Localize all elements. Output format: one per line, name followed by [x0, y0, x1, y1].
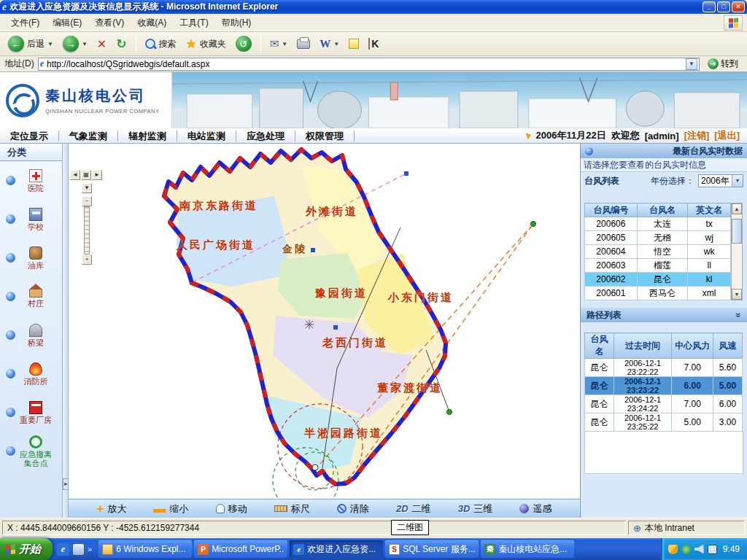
zoom-out-tool[interactable]: ▬缩小 [154, 502, 189, 516]
zoom-out-icon[interactable]: − [82, 196, 92, 206]
typhoon-row[interactable]: 200606太连tx [585, 217, 731, 231]
remote-sensing-tool[interactable]: 遥感 [519, 502, 551, 516]
address-url[interactable]: http://localhost/QSgridwebgis/default.as… [47, 59, 683, 69]
tray-volume-icon[interactable] [694, 545, 704, 554]
sidebar-item-assembly-point[interactable]: 应急撤离集合点 [0, 432, 62, 470]
minimize-button[interactable]: _ [703, 1, 716, 12]
company-name-cn: 秦山核电公司 [45, 86, 159, 106]
pan-down-icon[interactable]: ▼ [82, 183, 92, 193]
clear-tool[interactable]: 清除 [337, 502, 369, 516]
close-button[interactable]: ✕ [732, 1, 745, 12]
print-button[interactable] [293, 37, 314, 51]
typhoon-row[interactable]: 200604悟空wk [585, 245, 731, 259]
address-dropdown-button[interactable]: ▼ [686, 58, 697, 70]
go-button[interactable]: ➜ 转到 [703, 57, 743, 71]
quicklaunch-more-icon[interactable]: » [88, 545, 92, 553]
refresh-button[interactable]: ↻ [112, 34, 130, 54]
nav-tab-emergency[interactable]: 应急处理 [236, 131, 295, 141]
address-bar: 地址(D) e http://localhost/QSgridwebgis/de… [0, 56, 747, 72]
nav-tab-radiation[interactable]: 辐射监测 [118, 131, 177, 141]
menu-tools[interactable]: 工具(T) [173, 15, 214, 31]
tray-network-icon[interactable] [708, 545, 717, 554]
task-powerpoint[interactable]: P Microsoft PowerP... [194, 540, 287, 558]
menu-help[interactable]: 帮助(H) [215, 15, 258, 31]
address-input[interactable]: e http://localhost/QSgridwebgis/default.… [38, 58, 700, 71]
sidebar-item-school[interactable]: 学校 [0, 200, 62, 238]
year-select[interactable]: 2006年 ▼ [698, 174, 743, 187]
scroll-up-icon[interactable]: ▲ [732, 203, 742, 214]
zoom-in-icon[interactable]: + [82, 254, 92, 265]
exit-link[interactable]: [退出] [714, 129, 740, 142]
typhoon-row[interactable]: 200601西马仑xml [585, 287, 731, 300]
nav-tab-permission[interactable]: 权限管理 [295, 131, 355, 141]
sidebar-item-fire-station[interactable]: 消防所 [0, 354, 62, 393]
menu-edit[interactable]: 编辑(E) [46, 15, 88, 31]
pan-right-icon[interactable]: ► [92, 170, 102, 180]
favorites-button[interactable]: ★ 收藏夹 [182, 34, 230, 54]
back-button[interactable]: ← 后退 ▼ [4, 34, 57, 54]
scroll-down-icon[interactable]: ▼ [732, 289, 742, 300]
path-row[interactable]: 昆仑 2006-12-123:24:22 7.00 6.00 [585, 395, 743, 413]
view-3d-tool[interactable]: 3D三维 [458, 502, 493, 516]
zoom-in-tool[interactable]: +放大 [97, 502, 127, 516]
path-row-selected[interactable]: 昆仑 2006-12-123:23:22 6.00 5.00 [585, 377, 743, 395]
pan-tool[interactable]: 移动 [216, 502, 247, 516]
discuss-button[interactable] [345, 36, 363, 51]
edit-dropdown-icon[interactable]: ▼ [333, 41, 339, 47]
task-qinshan-app[interactable]: 秦 秦山核电站应急... [481, 540, 574, 558]
pan-left-icon[interactable]: ◄ [70, 170, 80, 180]
history-button[interactable]: ↺ [232, 34, 255, 54]
sidebar-item-hospital[interactable]: 医院 [0, 161, 62, 200]
mail-button[interactable]: ✉ ▼ [266, 35, 292, 52]
typhoon-row[interactable]: 200605无稽wj [585, 231, 731, 245]
sidebar-item-village[interactable]: 村庄 [0, 277, 62, 316]
stop-button[interactable]: ✕ [93, 35, 110, 53]
scroll-thumb[interactable] [732, 219, 742, 244]
ruler-tool[interactable]: 标尺 [274, 502, 310, 516]
edit-button[interactable]: W ▼ [316, 36, 343, 52]
forward-dropdown-icon[interactable]: ▼ [82, 41, 88, 47]
task-sql-server[interactable]: S SQL Server 服务... [385, 540, 479, 558]
back-dropdown-icon[interactable]: ▼ [47, 41, 53, 47]
mail-dropdown-icon[interactable]: ▼ [282, 41, 287, 47]
maximize-button[interactable]: □ [717, 1, 730, 12]
path-list-bar[interactable]: 路径列表 » [581, 308, 747, 322]
nav-tab-station[interactable]: 电站监测 [177, 131, 236, 141]
year-dropdown-icon[interactable]: ▼ [732, 175, 743, 187]
splitter-expand-icon[interactable]: ► [63, 478, 69, 490]
quicklaunch-ie-icon[interactable]: e [57, 543, 69, 556]
menu-view[interactable]: 查看(V) [88, 15, 131, 31]
forward-button[interactable]: → ▼ [59, 34, 91, 54]
sidebar-splitter[interactable]: ► [63, 144, 69, 518]
sidebar-item-bridge[interactable]: 桥梁 [0, 316, 62, 354]
pan-center-icon[interactable]: ▦ [81, 170, 91, 180]
collapse-chevron-icon[interactable]: » [734, 313, 744, 318]
typhoon-row-selected[interactable]: 200602昆仑kl [585, 273, 731, 287]
messenger-button[interactable]: K [365, 36, 382, 52]
start-button[interactable]: 开始 [0, 538, 53, 560]
typhoon-table-scrollbar[interactable]: ▲ ▼ [731, 203, 743, 300]
taskbar-clock[interactable]: 9:49 [723, 544, 740, 554]
search-button[interactable]: 搜索 [142, 36, 180, 52]
menu-favorites[interactable]: 收藏(A) [131, 15, 173, 31]
typhoon-row[interactable]: 200603榴莲ll [585, 259, 731, 273]
zoom-slider[interactable] [84, 206, 90, 254]
view-2d-tool[interactable]: 2D二维 [396, 502, 431, 516]
logout-link[interactable]: [注销] [684, 129, 710, 142]
sidebar-item-oil-depot[interactable]: 油库 [0, 238, 62, 277]
path-row[interactable]: 昆仑 2006-12-123:22:22 7.00 5.60 [585, 359, 743, 377]
path-row[interactable]: 昆仑 2006-12-123:25:22 5.00 3.00 [585, 413, 743, 432]
task-ie-active[interactable]: e 欢迎进入应急资... [290, 540, 383, 558]
district-label: 外滩街道 [306, 205, 358, 219]
task-windows-explorer[interactable]: 6 Windows Expl... [98, 540, 192, 558]
sidebar-item-key-buildings[interactable]: 重要厂房 [0, 393, 62, 432]
screen: e 欢迎进入应急资源及决策信息显示系统 - Microsoft Internet… [0, 0, 747, 560]
tray-security-icon[interactable] [668, 545, 678, 554]
task-buttons: 6 Windows Expl... P Microsoft PowerP... … [96, 540, 661, 558]
nav-tab-weather[interactable]: 气象监测 [59, 131, 118, 141]
nav-tab-locate[interactable]: 定位显示 [0, 131, 59, 141]
quicklaunch-desktop-icon[interactable] [72, 543, 85, 556]
menu-file[interactable]: 文件(F) [4, 15, 46, 31]
map-canvas[interactable]: 南京东路街道 外滩街道 人民广场街道 金陵 豫园街道 小东门街道 老西门街道 董… [69, 144, 580, 499]
tray-antivirus-icon[interactable] [681, 545, 691, 554]
